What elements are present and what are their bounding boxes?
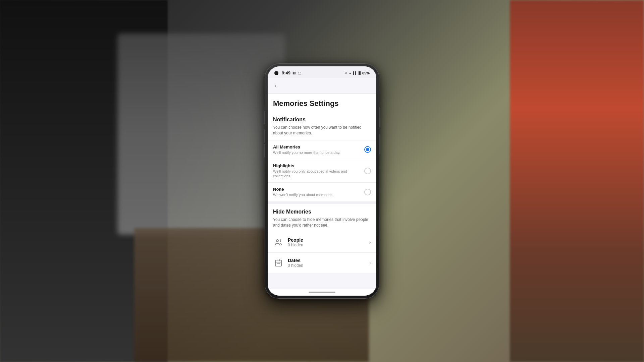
people-content: People 0 hidden	[288, 237, 369, 247]
hide-memories-section: Hide Memories You can choose to hide mem…	[268, 204, 376, 273]
phone-body: 9:49 ▮▮ ◯ ⊘ ▲ ▌▌ ▉ 85%	[265, 64, 379, 298]
people-title: People	[288, 237, 369, 243]
option-all-memories-desc: We'll notify you no more than once a day…	[273, 150, 361, 155]
page-title: Memories Settings	[268, 94, 376, 112]
back-button[interactable]: ←	[273, 81, 280, 90]
option-none-text: None We won't notify you about memories.	[273, 187, 361, 197]
people-icon	[273, 237, 284, 248]
battery-level: 85%	[362, 71, 370, 75]
dates-chevron: ›	[369, 260, 371, 266]
hide-memories-title: Hide Memories	[268, 204, 376, 216]
dates-title: Dates	[288, 258, 369, 263]
status-icons: ⊘ ▲ ▌▌ ▉ 85%	[344, 71, 370, 75]
scene: 9:49 ▮▮ ◯ ⊘ ▲ ▌▌ ▉ 85%	[0, 0, 644, 362]
radio-none[interactable]	[364, 189, 371, 195]
section-divider	[268, 201, 376, 204]
status-bar: 9:49 ▮▮ ◯ ⊘ ▲ ▌▌ ▉ 85%	[268, 66, 376, 78]
home-bar	[309, 292, 335, 293]
option-none[interactable]: None We won't notify you about memories.	[268, 182, 376, 201]
option-highlights-desc: We'll notify you only about special vide…	[273, 169, 361, 179]
wifi-icon: ▲	[348, 71, 352, 75]
status-time: 9:49	[282, 70, 290, 75]
radio-highlights[interactable]	[364, 168, 371, 174]
signal-icon: ▌▌	[353, 71, 357, 75]
bg-right	[510, 0, 644, 362]
dates-item[interactable]: Dates 0 hidden ›	[268, 252, 376, 273]
option-all-memories[interactable]: All Memories We'll notify you no more th…	[268, 140, 376, 159]
bg-center	[117, 34, 285, 235]
sim-icon: ▮▮	[292, 71, 296, 75]
status-bar-left: 9:49 ▮▮ ◯	[274, 70, 301, 75]
option-none-title: None	[273, 187, 361, 192]
people-sub: 0 hidden	[288, 243, 369, 247]
dates-content: Dates 0 hidden	[288, 258, 369, 268]
battery-icon: ▉	[359, 71, 361, 75]
camera-hole	[274, 71, 278, 75]
option-highlights-text: Highlights We'll notify you only about s…	[273, 163, 361, 179]
dates-icon	[273, 257, 284, 268]
dates-sub: 0 hidden	[288, 263, 369, 268]
home-indicator	[268, 289, 376, 296]
option-none-desc: We won't notify you about memories.	[273, 192, 361, 197]
svg-point-0	[276, 240, 278, 242]
option-all-memories-title: All Memories	[273, 144, 361, 149]
people-chevron: ›	[369, 239, 371, 245]
notifications-desc: You can choose how often you want to be …	[268, 124, 376, 140]
notifications-title: Notifications	[268, 112, 376, 124]
option-all-memories-text: All Memories We'll notify you no more th…	[273, 144, 361, 155]
radio-all-memories[interactable]	[364, 146, 371, 153]
option-highlights[interactable]: Highlights We'll notify you only about s…	[268, 159, 376, 183]
back-bar: ←	[268, 78, 376, 94]
phone-wrapper: 9:49 ▮▮ ◯ ⊘ ▲ ▌▌ ▉ 85%	[265, 64, 379, 298]
app-content: ← Memories Settings Notifications You ca…	[268, 78, 376, 289]
hide-memories-desc: You can choose to hide memories that inv…	[268, 216, 376, 232]
phone-screen: 9:49 ▮▮ ◯ ⊘ ▲ ▌▌ ▉ 85%	[268, 66, 376, 296]
notification-icon: ◯	[298, 71, 301, 75]
option-highlights-title: Highlights	[273, 163, 361, 168]
people-item[interactable]: People 0 hidden ›	[268, 232, 376, 252]
dnd-icon: ⊘	[344, 71, 347, 75]
svg-rect-1	[275, 260, 281, 266]
notifications-section: Notifications You can choose how often y…	[268, 112, 376, 201]
